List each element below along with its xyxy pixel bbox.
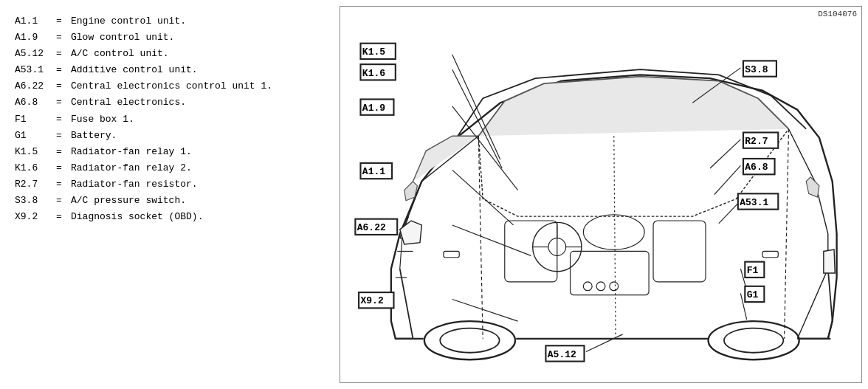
- legend-equals: =: [56, 128, 71, 144]
- legend-row: F1 = Fuse box 1.: [15, 111, 325, 128]
- legend-row: G1 = Battery.: [15, 128, 325, 144]
- svg-line-42: [452, 300, 518, 322]
- legend-equals: =: [56, 209, 71, 225]
- legend-description: Diagnosis socket (OBD).: [71, 209, 325, 225]
- legend-table: A1.1 = Engine control unit.A1.9 = Glow c…: [15, 13, 325, 225]
- legend-row: A6.22 = Central electronics control unit…: [15, 78, 325, 94]
- svg-text:A5.12: A5.12: [548, 349, 576, 360]
- svg-rect-16: [571, 251, 650, 295]
- legend-description: Central electronics control unit 1.: [71, 78, 325, 94]
- legend-equals: =: [56, 176, 71, 193]
- svg-line-63: [586, 334, 623, 352]
- legend-row: A1.1 = Engine control unit.: [15, 13, 325, 30]
- legend-code: A6.8: [15, 94, 56, 111]
- legend-code: A6.22: [15, 78, 56, 94]
- svg-point-18: [596, 282, 605, 291]
- svg-point-17: [583, 282, 592, 291]
- legend-row: S3.8 = A/C pressure switch.: [15, 193, 325, 209]
- legend-description: Fuse box 1.: [71, 111, 325, 128]
- legend-code: S3.8: [15, 193, 56, 209]
- legend-description: Battery.: [71, 128, 325, 144]
- legend-description: Glow control unit.: [71, 30, 325, 46]
- legend-description: Radiator-fan relay 1.: [71, 144, 325, 160]
- legend-equals: =: [56, 62, 71, 78]
- legend-code: A5.12: [15, 46, 56, 62]
- svg-text:A6.8: A6.8: [745, 162, 768, 173]
- svg-rect-9: [653, 221, 706, 282]
- svg-line-48: [710, 140, 740, 168]
- svg-point-2: [709, 321, 799, 359]
- legend-equals: =: [56, 193, 71, 209]
- svg-text:S3.8: S3.8: [745, 64, 768, 75]
- svg-text:F1: F1: [747, 265, 759, 276]
- legend-row: A5.12 = A/C control unit.: [15, 46, 325, 62]
- legend-description: A/C control unit.: [71, 46, 325, 62]
- legend-description: Central electronics.: [71, 94, 325, 111]
- legend-description: A/C pressure switch.: [71, 193, 325, 209]
- legend-description: Radiator-fan resistor.: [71, 176, 325, 193]
- svg-point-15: [583, 215, 644, 249]
- legend-equals: =: [56, 30, 71, 46]
- legend-description: Radiator-fan relay 2.: [71, 160, 325, 176]
- svg-line-51: [714, 165, 741, 194]
- svg-point-3: [724, 328, 783, 353]
- svg-line-36: [452, 170, 514, 225]
- legend-row: A6.8 = Central electronics.: [15, 94, 325, 111]
- legend-row: K1.5 = Radiator-fan relay 1.: [15, 144, 325, 160]
- svg-line-21: [785, 129, 789, 339]
- legend-code: X9.2: [15, 209, 56, 225]
- legend-code: A1.9: [15, 30, 56, 46]
- diagram-panel: DS104076: [340, 6, 862, 383]
- svg-text:G1: G1: [747, 289, 759, 300]
- svg-text:X9.2: X9.2: [360, 295, 383, 306]
- legend-code: A53.1: [15, 62, 56, 78]
- svg-point-19: [610, 282, 619, 291]
- legend-code: F1: [15, 111, 56, 128]
- svg-text:A53.1: A53.1: [740, 197, 768, 208]
- legend-equals: =: [56, 94, 71, 111]
- legend-equals: =: [56, 78, 71, 94]
- legend-equals: =: [56, 46, 71, 62]
- svg-point-0: [424, 321, 515, 359]
- legend-code: A1.1: [15, 13, 56, 30]
- svg-line-39: [452, 225, 531, 255]
- svg-line-22: [614, 136, 616, 339]
- legend-row: A1.9 = Glow control unit.: [15, 30, 325, 46]
- legend-equals: =: [56, 144, 71, 160]
- svg-text:K1.6: K1.6: [362, 68, 385, 79]
- svg-rect-24: [762, 251, 778, 257]
- legend-description: Engine control unit.: [71, 13, 325, 30]
- legend-code: R2.7: [15, 176, 56, 193]
- svg-point-1: [440, 328, 499, 353]
- legend-equals: =: [56, 160, 71, 176]
- legend-equals: =: [56, 111, 71, 128]
- legend-code: K1.6: [15, 160, 56, 176]
- legend-row: A53.1 = Additive control unit.: [15, 62, 325, 78]
- legend-code: G1: [15, 128, 56, 144]
- legend-row: R2.7 = Radiator-fan resistor.: [15, 176, 325, 193]
- svg-text:A6.22: A6.22: [357, 222, 386, 233]
- car-diagram-svg: K1.5 K1.6 A1.9 A1.1 A6.22 X9.2 S3.8 R2.7: [340, 7, 861, 382]
- legend-panel: A1.1 = Engine control unit.A1.9 = Glow c…: [0, 0, 340, 389]
- legend-equals: =: [56, 13, 71, 30]
- svg-text:A1.1: A1.1: [362, 166, 385, 177]
- svg-text:R2.7: R2.7: [745, 136, 768, 147]
- legend-row: K1.6 = Radiator-fan relay 2.: [15, 160, 325, 176]
- legend-row: X9.2 = Diagnosis socket (OBD).: [15, 209, 325, 225]
- svg-rect-23: [444, 251, 459, 257]
- svg-text:K1.5: K1.5: [362, 47, 385, 58]
- legend-code: K1.5: [15, 144, 56, 160]
- svg-text:A1.9: A1.9: [362, 103, 385, 114]
- legend-description: Additive control unit.: [71, 62, 325, 78]
